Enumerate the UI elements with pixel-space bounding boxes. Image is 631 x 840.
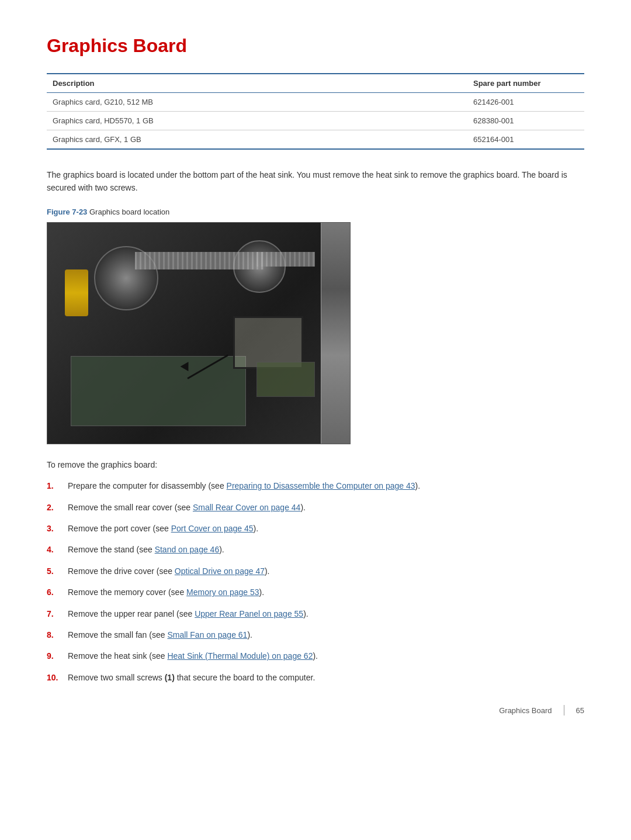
step-link[interactable]: Small Rear Cover on page 44 [193, 503, 300, 512]
table-cell-part-number: 628380-001 [467, 112, 584, 130]
list-item: 7.Remove the upper rear panel (see Upper… [47, 607, 584, 620]
right-component-strip [321, 223, 350, 444]
page-footer: Graphics Board 65 [499, 705, 584, 715]
col-description-header: Description [47, 74, 467, 93]
step-text: Remove the port cover (see Port Cover on… [68, 522, 584, 535]
step-text: Remove the stand (see Stand on page 46). [68, 543, 584, 556]
step-text: Remove the small rear cover (see Small R… [68, 501, 584, 514]
page-container: Graphics Board Description Spare part nu… [0, 0, 631, 739]
step-text: Remove the memory cover (see Memory on p… [68, 586, 584, 599]
figure-label-text: Graphics board location [87, 208, 169, 216]
list-item: 5.Remove the drive cover (see Optical Dr… [47, 565, 584, 578]
list-item: 2.Remove the small rear cover (see Small… [47, 501, 584, 514]
figure-label-prefix: Figure 7-23 [47, 208, 87, 216]
step-link[interactable]: Upper Rear Panel on page 55 [195, 609, 303, 618]
step-number: 4. [47, 543, 68, 556]
step-number: 10. [47, 671, 68, 684]
image-background [47, 223, 350, 444]
footer-label: Graphics Board [499, 706, 552, 715]
col-spare-header: Spare part number [467, 74, 584, 93]
highlight-box [233, 316, 303, 369]
step-number: 3. [47, 522, 68, 535]
heatsink-right [256, 252, 315, 267]
graphics-board-component [71, 356, 246, 426]
list-item: 1.Prepare the computer for disassembly (… [47, 479, 584, 492]
table-header-row: Description Spare part number [47, 74, 584, 93]
step-link[interactable]: Stand on page 46 [155, 545, 220, 554]
heatsink-left [135, 252, 264, 269]
figure-image [47, 222, 351, 444]
page-number: 65 [576, 706, 584, 715]
list-item: 4.Remove the stand (see Stand on page 46… [47, 543, 584, 556]
description-paragraph: The graphics board is located under the … [47, 168, 584, 195]
table-cell-description: Graphics card, HD5570, 1 GB [47, 112, 467, 130]
step-number: 1. [47, 479, 68, 492]
parts-table: Description Spare part number Graphics c… [47, 73, 584, 150]
step-link[interactable]: Memory on page 53 [186, 587, 259, 597]
step-link[interactable]: Port Cover on page 45 [171, 524, 254, 533]
footer-divider [564, 705, 564, 715]
table-cell-part-number: 621426-001 [467, 93, 584, 112]
step-bold: (1) [165, 673, 175, 682]
list-item: 6.Remove the memory cover (see Memory on… [47, 586, 584, 599]
step-number: 5. [47, 565, 68, 578]
step-link[interactable]: Optical Drive on page 47 [175, 566, 265, 576]
table-row: Graphics card, GFX, 1 GB652164-001 [47, 130, 584, 150]
step-link[interactable]: Heat Sink (Thermal Module) on page 62 [167, 651, 313, 661]
step-text: Prepare the computer for disassembly (se… [68, 479, 584, 492]
table-cell-part-number: 652164-001 [467, 130, 584, 150]
list-item: 8.Remove the small fan (see Small Fan on… [47, 628, 584, 641]
cable-component [65, 269, 88, 316]
table-body: Graphics card, G210, 512 MB621426-001Gra… [47, 93, 584, 150]
step-number: 2. [47, 501, 68, 514]
pcb-traces [256, 362, 315, 397]
step-text: Remove the small fan (see Small Fan on p… [68, 628, 584, 641]
step-link[interactable]: Preparing to Disassemble the Computer on… [227, 481, 415, 490]
list-item: 3.Remove the port cover (see Port Cover … [47, 522, 584, 535]
step-text: Remove the heat sink (see Heat Sink (The… [68, 649, 584, 662]
step-number: 9. [47, 649, 68, 662]
figure-label: Figure 7-23 Graphics board location [47, 208, 584, 216]
step-number: 8. [47, 628, 68, 641]
step-text: Remove the drive cover (see Optical Driv… [68, 565, 584, 578]
steps-list: 1.Prepare the computer for disassembly (… [47, 479, 584, 684]
step-text: Remove the upper rear panel (see Upper R… [68, 607, 584, 620]
list-item: 9.Remove the heat sink (see Heat Sink (T… [47, 649, 584, 662]
page-title: Graphics Board [47, 35, 584, 57]
list-item: 10.Remove two small screws (1) that secu… [47, 671, 584, 684]
table-row: Graphics card, HD5570, 1 GB628380-001 [47, 112, 584, 130]
intro-text: To remove the graphics board: [47, 458, 584, 471]
table-cell-description: Graphics card, GFX, 1 GB [47, 130, 467, 150]
step-link[interactable]: Small Fan on page 61 [167, 630, 247, 639]
step-number: 7. [47, 607, 68, 620]
step-number: 6. [47, 586, 68, 599]
table-row: Graphics card, G210, 512 MB621426-001 [47, 93, 584, 112]
table-cell-description: Graphics card, G210, 512 MB [47, 93, 467, 112]
step-text: Remove two small screws (1) that secure … [68, 671, 584, 684]
